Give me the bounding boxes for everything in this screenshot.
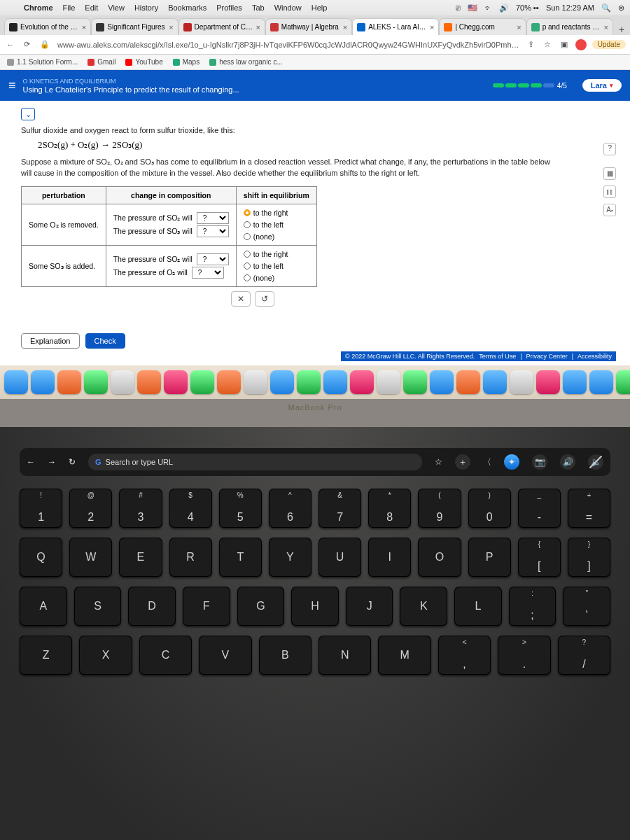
menu-edit[interactable]: Edit [85, 4, 98, 12]
link-privacy[interactable]: Privacy Center [526, 353, 568, 360]
dock-app[interactable] [297, 370, 321, 394]
tb-screenshot[interactable]: 📷 [532, 454, 547, 470]
keyboard-key[interactable]: {[ [518, 538, 561, 577]
close-icon[interactable]: × [343, 23, 347, 31]
shift-option[interactable]: to the left [244, 262, 284, 270]
keyboard-key[interactable]: Z [20, 636, 72, 675]
dock-app[interactable] [430, 370, 454, 394]
keyboard-key[interactable]: A [20, 587, 67, 626]
keyboard-key[interactable]: R [169, 538, 212, 577]
dock-app[interactable] [510, 370, 533, 394]
dock-app[interactable] [244, 370, 267, 394]
browser-tab[interactable]: Mathway | Algebra × [265, 18, 352, 35]
menu-history[interactable]: History [134, 4, 158, 12]
screenshare-icon[interactable]: ⎚ [456, 4, 461, 12]
tb-reload[interactable]: ↻ [69, 457, 76, 467]
shift-option[interactable]: to the left [244, 220, 284, 229]
tb-forward[interactable]: → [48, 457, 56, 467]
dock-app[interactable] [350, 370, 374, 394]
periodic-table-icon[interactable]: ⫿⫿ [603, 186, 616, 198]
pressure-select[interactable]: ? [197, 253, 229, 265]
dock-app[interactable] [403, 370, 427, 394]
keyboard-key[interactable]: K [400, 587, 447, 626]
keyboard-key[interactable]: <, [438, 636, 491, 675]
keyboard-key[interactable]: L [454, 587, 502, 626]
browser-tab[interactable]: | Chegg.com × [439, 18, 526, 35]
menu-view[interactable]: View [108, 4, 125, 12]
keyboard-key[interactable]: += [568, 489, 610, 528]
keyboard-key[interactable]: !1 [20, 489, 62, 528]
user-menu[interactable]: Lara ▾ [582, 79, 622, 92]
volume-icon[interactable]: 🔊 [499, 4, 509, 13]
dock-app[interactable] [190, 370, 214, 394]
keyboard-key[interactable]: E [119, 538, 162, 577]
tb-favorite[interactable]: ☆ [435, 457, 442, 467]
clear-button[interactable]: ✕ [231, 291, 251, 307]
keyboard-key[interactable]: C [139, 636, 192, 675]
help-button[interactable]: ? [603, 143, 616, 155]
dock-app[interactable] [84, 370, 108, 394]
shift-option[interactable]: to the right [244, 250, 288, 258]
keyboard-key[interactable]: $4 [169, 489, 212, 528]
close-icon[interactable]: × [604, 23, 608, 31]
close-icon[interactable]: × [82, 23, 86, 31]
control-center-icon[interactable]: ⊜ [618, 4, 624, 13]
bookmark-item[interactable]: YouTube [125, 58, 162, 66]
dock-app[interactable] [270, 370, 294, 394]
ar-icon[interactable]: Aᵣ [603, 204, 616, 216]
keyboard-key[interactable]: :; [509, 587, 556, 626]
keyboard-key[interactable]: ?/ [558, 636, 610, 675]
keyboard-key[interactable]: Y [269, 538, 312, 577]
dock-app[interactable] [137, 370, 161, 394]
menu-file[interactable]: File [63, 4, 76, 12]
dock-app[interactable] [563, 370, 587, 394]
keyboard-key[interactable]: U [318, 538, 361, 577]
browser-tab[interactable]: p and reactants - G × [526, 18, 613, 35]
tb-safari-icon[interactable]: ✦ [504, 454, 519, 470]
tb-newtab[interactable]: ＋ [455, 454, 470, 470]
collapse-button[interactable]: ⌄ [21, 108, 35, 120]
keyboard-key[interactable]: T [219, 538, 262, 577]
keyboard-key[interactable]: O [418, 538, 461, 577]
keyboard-key[interactable]: X [79, 636, 132, 675]
extensions-icon[interactable]: ▣ [559, 40, 570, 49]
keyboard-key[interactable]: ^6 [269, 489, 312, 528]
tb-back[interactable]: ← [27, 457, 35, 467]
keyboard-key[interactable]: G [237, 587, 285, 626]
keyboard-key[interactable]: S [74, 587, 122, 626]
menu-tab[interactable]: Tab [252, 4, 265, 12]
clock[interactable]: Sun 12:29 AM [546, 4, 594, 12]
explanation-button[interactable]: Explanation [21, 333, 80, 349]
keyboard-key[interactable]: W [69, 538, 112, 577]
keyboard-key[interactable]: J [346, 587, 393, 626]
dock-app[interactable] [4, 370, 28, 394]
spotlight-icon[interactable]: 🔍 [601, 4, 611, 13]
site-lock-icon[interactable]: 🔒 [38, 40, 52, 49]
keyboard-key[interactable]: "' [563, 587, 610, 626]
keyboard-key[interactable]: _- [518, 489, 561, 528]
keyboard-key[interactable]: &7 [318, 489, 361, 528]
shift-option[interactable]: (none) [244, 232, 274, 241]
dock-app[interactable] [616, 370, 630, 394]
bookmark-star-icon[interactable]: ☆ [542, 40, 553, 49]
browser-tab[interactable]: Significant Figures × [91, 18, 178, 35]
dock-app[interactable] [164, 370, 188, 394]
close-icon[interactable]: × [169, 23, 173, 31]
bookmark-item[interactable]: hess law organic c... [209, 58, 283, 66]
address-bar[interactable]: www-awu.aleks.com/alekscgi/x/Isl.exe/1o_… [57, 41, 520, 49]
update-button[interactable]: Update [592, 40, 626, 49]
browser-tab[interactable]: Department of Che × [178, 18, 265, 35]
reset-button[interactable]: ↺ [255, 291, 274, 307]
keyboard-key[interactable]: M [378, 636, 430, 675]
menu-help[interactable]: Help [312, 4, 328, 12]
hamburger-icon[interactable]: ≡ [8, 78, 16, 93]
pressure-select[interactable]: ? [192, 267, 224, 279]
share-icon[interactable]: ⇪ [526, 40, 536, 49]
keyboard-key[interactable]: Q [20, 538, 62, 577]
keyboard-key[interactable]: (9 [418, 489, 461, 528]
bookmark-item[interactable]: Maps [173, 58, 200, 66]
dock-app[interactable] [456, 370, 480, 394]
keyboard-key[interactable]: #3 [119, 489, 162, 528]
dock-app[interactable] [589, 370, 613, 394]
pressure-select[interactable]: ? [197, 212, 229, 224]
